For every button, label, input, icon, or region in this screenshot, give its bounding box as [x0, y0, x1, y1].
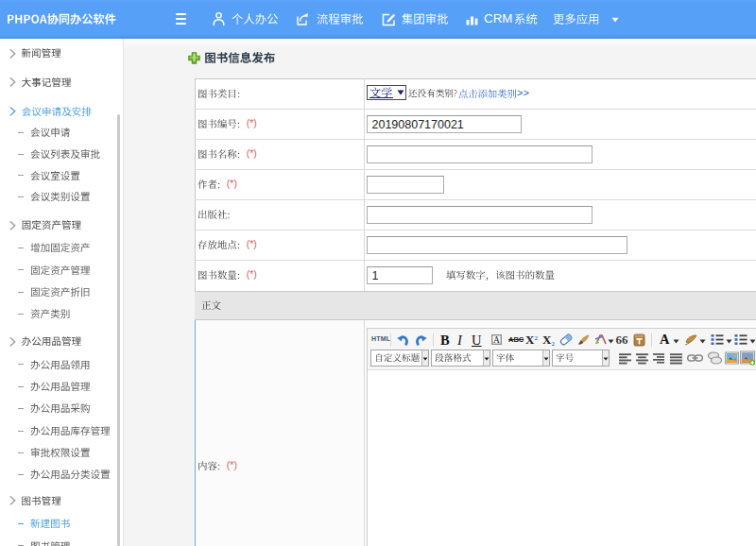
svg-text:A: A — [493, 335, 500, 345]
